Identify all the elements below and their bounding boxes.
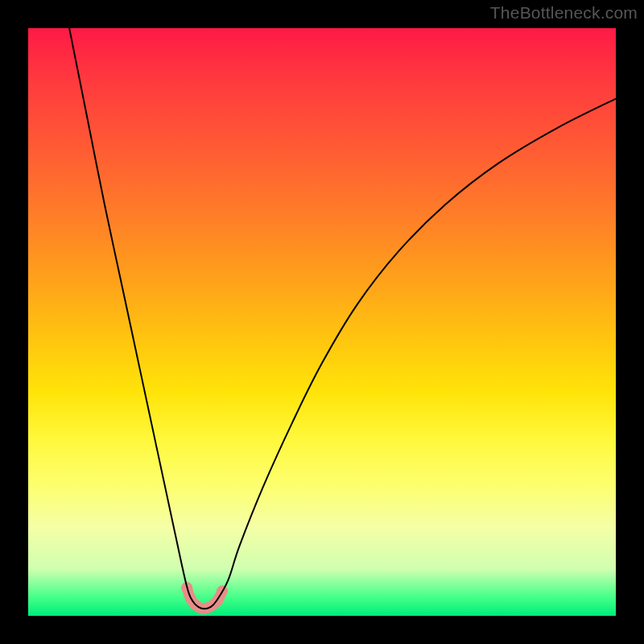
curve-svg (28, 28, 616, 616)
bottleneck-curve-path (69, 28, 616, 609)
chart-frame: TheBottleneck.com (0, 0, 644, 644)
plot-area (28, 28, 616, 616)
watermark-text: TheBottleneck.com (490, 3, 638, 23)
